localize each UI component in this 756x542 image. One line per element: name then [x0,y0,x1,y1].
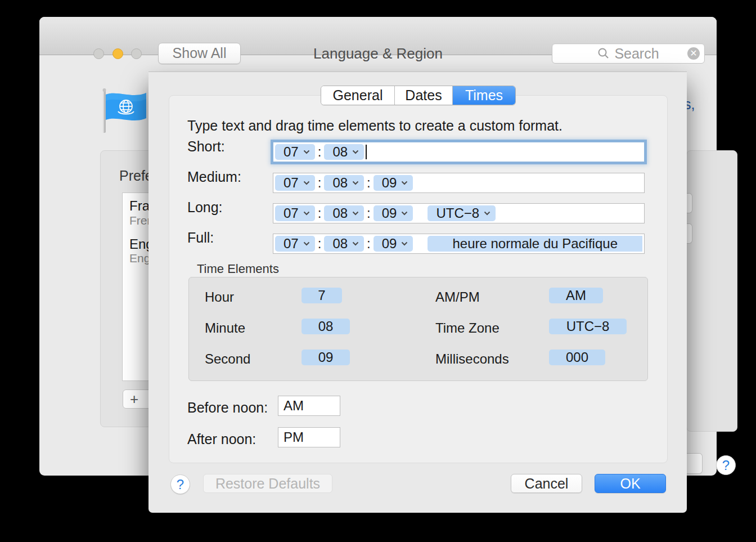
time-elements-box: Hour 7 AM/PM AM Minute 08 Time Zone UTC−… [188,277,648,381]
minute-token[interactable]: 08 [302,319,350,334]
restore-defaults-button[interactable]: Restore Defaults [203,474,332,493]
ampm-label: AM/PM [435,289,480,305]
time-token-timezone-name[interactable]: heure normale du Pacifique [428,236,642,252]
time-token-minute[interactable]: 08 [324,236,364,252]
un-flag-icon [101,88,148,136]
clear-icon[interactable]: ✕ [687,47,700,60]
timezone-token[interactable]: UTC−8 [549,319,627,334]
chevron-down-icon [352,241,359,246]
medium-label: Medium: [187,169,241,185]
timezone-label: Time Zone [435,320,500,336]
separator-text: : [318,205,322,221]
chevron-down-icon [401,211,408,216]
list-item[interactable]: Fra [129,198,150,214]
long-format-field[interactable]: 07 : 08 : 09 UTC−8 [273,203,645,223]
before-noon-label: Before noon: [187,400,268,416]
time-token-minute[interactable]: 08 [324,175,364,191]
hidden-button-edge [686,223,692,244]
custom-format-sheet: General Dates Times Type text and drag t… [148,71,687,513]
chevron-down-icon [303,150,310,154]
second-token[interactable]: 09 [302,350,350,365]
milliseconds-token[interactable]: 000 [549,350,605,365]
chevron-down-icon [303,181,310,185]
short-label: Short: [187,138,225,155]
after-noon-label: After noon: [187,431,256,447]
screen: Show All Language & Region Search ✕ [0,0,756,542]
separator-text: : [318,175,322,191]
language-region-window: Show All Language & Region Search ✕ [39,17,717,476]
right-groupbox [686,150,737,432]
full-format-field[interactable]: 07 : 08 : 09 heure normale du Pacifique [273,234,645,254]
full-label: Full: [187,230,214,246]
time-token-minute[interactable]: 08 [324,144,364,160]
separator-text: : [318,144,322,160]
time-token-hour[interactable]: 07 [275,236,315,252]
separator-text: : [318,236,322,252]
chevron-down-icon [303,241,310,246]
chevron-down-icon [484,211,490,216]
minute-label: Minute [205,320,245,336]
before-noon-input[interactable]: AM [278,396,340,416]
sheet-help-button[interactable]: ? [170,474,190,494]
tab-general[interactable]: General [321,86,395,105]
text-cursor [366,145,367,159]
chevron-down-icon [352,211,359,216]
time-token-timezone[interactable]: UTC−8 [428,205,496,221]
tab-dates[interactable]: Dates [395,86,453,105]
list-item-subtitle: Eng [129,252,150,265]
hour-token[interactable]: 7 [302,288,342,303]
hidden-button-edge [686,453,703,474]
chevron-down-icon [352,150,359,154]
long-label: Long: [187,199,223,216]
hour-label: Hour [205,289,234,305]
ampm-token[interactable]: AM [549,288,603,303]
time-token-hour[interactable]: 07 [275,144,315,160]
milliseconds-label: Milliseconds [435,351,509,367]
chevron-down-icon [303,211,310,216]
toolbar: Show All Language & Region Search ✕ [39,17,717,55]
instruction-text: Type text and drag time elements to crea… [187,118,562,134]
hidden-button-edge [686,193,692,213]
second-label: Second [205,351,250,367]
chevron-down-icon [401,181,408,185]
short-format-field[interactable]: 07 : 08 [273,142,645,162]
add-icon: + [130,391,138,407]
help-icon: ? [177,477,184,492]
preferred-languages-label: Prefe [119,168,153,184]
tab-times[interactable]: Times [453,86,515,105]
time-token-minute[interactable]: 08 [324,205,364,221]
search-icon [597,47,610,60]
time-token-second[interactable]: 09 [374,205,413,221]
time-token-second[interactable]: 09 [374,236,413,252]
cancel-button[interactable]: Cancel [511,474,582,493]
separator-text: : [367,175,371,191]
separator-text: : [367,236,371,252]
search-placeholder: Search [614,46,659,62]
chevron-down-icon [401,241,408,246]
time-token-second[interactable]: 09 [374,175,413,191]
after-noon-input[interactable]: PM [278,427,340,447]
format-tabs: General Dates Times [321,86,516,105]
medium-format-field[interactable]: 07 : 08 : 09 [273,173,645,193]
time-token-hour[interactable]: 07 [275,205,315,221]
time-token-hour[interactable]: 07 [275,175,315,191]
pane-help-button[interactable]: ? [716,455,736,475]
separator-text: : [367,205,371,221]
chevron-down-icon [352,181,359,185]
time-elements-title: Time Elements [197,262,279,276]
search-input[interactable]: Search ✕ [552,43,705,64]
help-icon: ? [722,458,730,473]
ok-button[interactable]: OK [595,474,666,493]
